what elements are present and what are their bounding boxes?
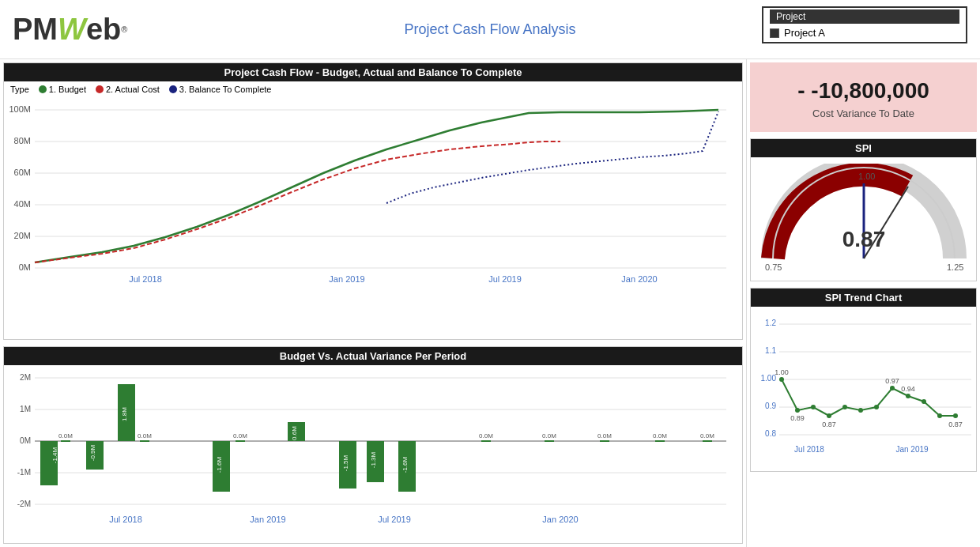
project-name: Project A [784, 27, 825, 39]
spi-trend-body: 1.2 1.1 1.00 0.9 0.8 [751, 307, 976, 471]
actual-line [35, 141, 560, 262]
bar-2-label: 0.0M [58, 432, 73, 439]
ty-1.1: 1.1 [765, 346, 776, 355]
y-label-100m: 100M [9, 104, 31, 114]
legend-budget: 1. Budget [39, 85, 86, 94]
trend-dot-11 [953, 413, 958, 418]
spi-trend-line [782, 379, 956, 416]
trend-label-0: 1.00 [775, 368, 789, 376]
bar-1-label: -1.4M [51, 447, 58, 463]
vy-0m: 0M [20, 436, 31, 445]
legend-balance-label: 3. Balance To Complete [179, 85, 272, 94]
balance-dot-icon [169, 85, 177, 93]
cash-flow-section: Project Cash Flow - Budget, Actual and B… [3, 62, 743, 340]
spi-trend-header: SPI Trend Chart [751, 289, 976, 307]
legend-budget-label: 1. Budget [49, 85, 86, 94]
right-panel: - -10,800,000 Cost Variance To Date SPI [747, 59, 980, 547]
bar-14-label: 0.0M [597, 432, 612, 439]
trend-dot-4 [842, 405, 847, 409]
bar-6-label: -1.6M [216, 456, 223, 473]
bar-11-label: -1.6M [401, 456, 409, 473]
bar-3-label: -0.9M [89, 444, 96, 461]
logo: PM W eb ® [13, 13, 127, 47]
vx-jul18: Jul 2018 [109, 515, 142, 524]
logo-registered: ® [121, 25, 127, 34]
spi-min-label: 0.75 [765, 262, 782, 272]
vy-neg1m: -1M [17, 468, 31, 477]
spi-max-label: 1.25 [947, 262, 963, 272]
legend-type-label: Type [10, 85, 29, 94]
trend-label-11: 0.87 [948, 421, 963, 428]
cash-flow-header: Project Cash Flow - Budget, Actual and B… [4, 63, 742, 81]
spi-section: SPI [750, 138, 977, 281]
tx-jul18: Jul 2018 [794, 445, 824, 454]
spi-value-text: 0.87 [842, 227, 885, 251]
legend-actual: 2. Actual Cost [96, 85, 160, 94]
bar-14 [600, 440, 609, 442]
left-panel: Project Cash Flow - Budget, Actual and B… [0, 59, 747, 547]
variance-chart-body: 2M 1M 0M -1M -2M [4, 365, 742, 538]
bar-13-label: 0.0M [542, 432, 556, 439]
bar-12 [481, 440, 491, 442]
variance-svg: 2M 1M 0M -1M -2M [7, 368, 734, 534]
vy-1m: 1M [20, 405, 31, 413]
bar-16 [703, 440, 712, 442]
kpi-card: - -10,800,000 Cost Variance To Date [750, 62, 977, 132]
trend-label-1: 0.89 [790, 414, 805, 422]
cash-flow-chart-body: 100M 80M 60M 40M 20M 0M [4, 97, 742, 293]
header: PM W eb ® Project Cash Flow Analysis Pro… [0, 0, 980, 59]
bar-13 [545, 440, 554, 442]
y-label-0m: 0M [19, 262, 31, 272]
trend-dot-5 [858, 408, 863, 413]
spi-trend-svg: 1.2 1.1 1.00 0.9 0.8 [754, 310, 975, 468]
vx-jan19: Jan 2019 [250, 515, 285, 524]
balance-line [386, 111, 718, 203]
bar-12-label: 0.0M [479, 432, 493, 439]
bar-5-label: 0.0M [138, 432, 152, 439]
actual-dot-icon [96, 85, 104, 93]
cash-flow-legend: Type 1. Budget 2. Actual Cost 3. Balance… [4, 81, 742, 97]
trend-dot-7 [890, 386, 895, 390]
trend-dot-0 [779, 377, 784, 382]
spi-trend-section: SPI Trend Chart 1.2 1.1 1.00 0.9 0.8 [750, 288, 977, 472]
spi-center-label: 1.00 [858, 172, 875, 181]
bar-4-label: 1.8M [121, 407, 128, 421]
bar-9-label: -1.5M [342, 455, 349, 471]
vx-jan20: Jan 2020 [542, 515, 578, 524]
kpi-value-text: - -10,800,000 [797, 78, 929, 103]
bar-10-label: -1.3M [370, 451, 377, 468]
variance-section: Budget Vs. Actual Variance Per Period 2M… [3, 346, 743, 544]
vx-jul19: Jul 2019 [378, 515, 411, 524]
project-filter-label: Project [770, 9, 959, 24]
app: PM W eb ® Project Cash Flow Analysis Pro… [0, 0, 980, 547]
project-filter: Project Project A [762, 6, 967, 43]
main: Project Cash Flow - Budget, Actual and B… [0, 59, 980, 547]
x-label-jan20: Jan 2020 [621, 274, 657, 284]
bar-15-label: 0.0M [653, 432, 667, 439]
legend-balance: 3. Balance To Complete [169, 85, 272, 94]
x-label-jul18: Jul 2018 [129, 274, 162, 284]
spi-header: SPI [751, 139, 976, 157]
trend-dot-9 [922, 399, 926, 404]
ty-1.2: 1.2 [765, 319, 776, 327]
y-label-80m: 80M [14, 136, 31, 145]
spi-gauge-svg: 0.75 1.25 1.00 0.87 [757, 164, 971, 274]
trend-dot-1 [795, 408, 800, 413]
bar-15 [655, 440, 665, 442]
bar-7 [236, 440, 245, 442]
y-label-40m: 40M [14, 199, 31, 209]
variance-header: Budget Vs. Actual Variance Per Period [4, 347, 742, 365]
bar-16-label: 0.0M [700, 432, 714, 439]
budget-dot-icon [39, 85, 47, 93]
spi-body: 0.75 1.25 1.00 0.87 [751, 157, 976, 281]
vy-2m: 2M [20, 373, 31, 382]
trend-dot-6 [874, 405, 879, 409]
x-label-jul19: Jul 2019 [488, 274, 522, 284]
bar-7-label: 0.0M [233, 432, 247, 439]
trend-dot-3 [827, 413, 831, 418]
ty-0.8: 0.8 [765, 429, 776, 438]
budget-line [35, 110, 718, 262]
trend-dot-8 [906, 394, 910, 398]
logo-w-icon: W [58, 13, 86, 47]
trend-dot-10 [937, 413, 942, 418]
